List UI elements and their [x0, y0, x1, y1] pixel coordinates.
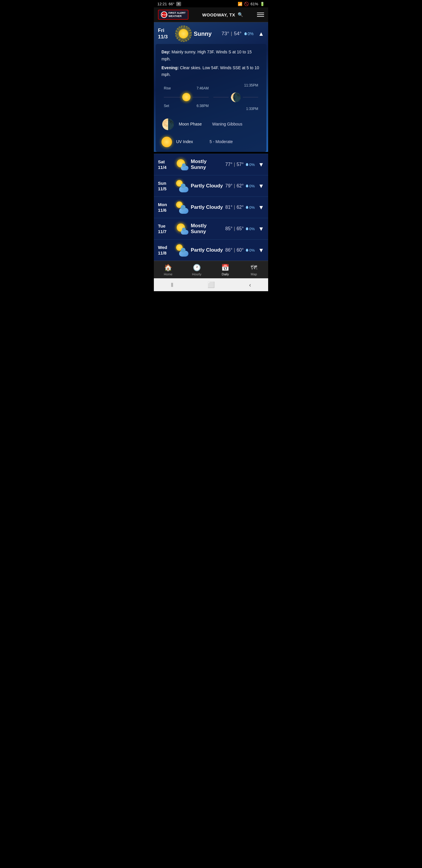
forecast-precip: 0% — [246, 248, 255, 252]
forecast-row[interactable]: Sun 11/5 Partly Cloudy 79° | 62° 0% ▼ — [154, 175, 268, 196]
forecast-precip: 0% — [246, 162, 255, 167]
forecast-expand-button[interactable]: ▼ — [258, 204, 264, 211]
forecast-weather-icon — [175, 201, 188, 214]
raindrop-icon — [246, 206, 248, 209]
bottom-nav: 🏠 Home 🕐 Hourly 📅 Daily 🗺 Map — [154, 261, 268, 278]
hamburger-menu-button[interactable] — [257, 12, 264, 17]
moon-set-time: 1:33PM — [246, 106, 258, 112]
forecast-date: Sun 11/5 — [158, 180, 173, 192]
today-precip: 0% — [245, 31, 254, 36]
uv-label: UV Index — [176, 138, 205, 146]
forecast-expand-button[interactable]: ▼ — [258, 161, 264, 168]
raindrop-icon — [246, 249, 248, 252]
android-recents-button[interactable]: ⦀ — [171, 281, 173, 288]
today-weather-icon — [176, 26, 191, 41]
weather-main: Fri 11/3 Sunny 73° | 54° 0% ▲ Day: Mainl… — [154, 22, 268, 152]
logo-text: FIRST ALERT WEATHER — [168, 11, 186, 18]
forecast-precip: 0% — [246, 227, 255, 231]
nav-icon-hourly: 🕐 — [193, 264, 201, 272]
nav-label: Map — [251, 272, 257, 276]
app-logo[interactable]: ★10 FIRST ALERT WEATHER — [158, 10, 188, 20]
android-nav-bar: ⦀ ⬜ ‹ — [154, 278, 268, 291]
forecast-row[interactable]: Wed 11/8 Partly Cloudy 86° | 60° 0% ▼ — [154, 239, 268, 261]
rise-label: Rise — [164, 85, 171, 91]
today-low: 54° — [234, 31, 241, 37]
raindrop-icon — [246, 184, 248, 187]
notification-badge: ✕ — [176, 2, 181, 6]
forecast-precip: 0% — [246, 184, 255, 188]
sun-rise-time: 7:46AM — [197, 85, 209, 91]
forecast-temps: 81° | 62° — [225, 205, 244, 210]
uv-value: 5 - Moderate — [209, 138, 233, 146]
forecast-low: 60° — [236, 248, 244, 253]
forecast-high: 86° — [225, 248, 232, 253]
forecast-low: 57° — [236, 162, 244, 167]
forecast-expand-button[interactable]: ▼ — [258, 225, 264, 232]
today-evening-detail: Evening: Clear skies. Low 54F. Winds SSE… — [161, 64, 261, 79]
sun-moon-row: Rise 7:46AM Set 6:38PM 11:35PM — [161, 83, 261, 112]
no-disturb-icon: 🚫 — [244, 2, 249, 6]
forecast-row[interactable]: Tue 11/7 Mostly Sunny 85° | 65° 0% ▼ — [154, 218, 268, 239]
status-temp: 66° — [169, 2, 175, 6]
today-temps: 73° | 54° — [222, 31, 241, 37]
status-bar: 12:21 66° ✕ 📶 🚫 61% 🔋 — [154, 0, 268, 7]
nav-label: Home — [164, 272, 172, 276]
today-expand-button[interactable]: ▲ — [258, 31, 264, 37]
bottom-nav-item-home[interactable]: 🏠 Home — [154, 261, 183, 278]
top-nav: ★10 FIRST ALERT WEATHER WOODWAY, TX 🔍 — [154, 7, 268, 22]
uv-row: UV Index 5 - Moderate — [161, 137, 261, 147]
moon-phase-row: 🌗 Moon Phase Waning Gibbous — [161, 115, 261, 133]
channel-badge: ★10 — [161, 11, 167, 18]
forecast-low: 62° — [236, 205, 244, 210]
nav-label: Daily — [222, 272, 229, 276]
nav-icon-daily: 📅 — [221, 264, 229, 272]
today-row[interactable]: Fri 11/3 Sunny 73° | 54° 0% ▲ — [154, 22, 268, 44]
status-time: 12:21 — [157, 2, 167, 6]
wifi-icon: 📶 — [238, 2, 242, 6]
search-icon[interactable]: 🔍 — [238, 12, 244, 17]
forecast-condition: Partly Cloudy — [191, 183, 223, 189]
moon-icon: 🌘 — [230, 90, 241, 105]
nav-icon-home: 🏠 — [164, 264, 172, 272]
moon-phase-label: Moon Phase — [179, 121, 208, 128]
today-date: Fri 11/3 — [158, 27, 173, 40]
today-day-detail: Day: Mainly sunny. High 73F. Winds S at … — [161, 49, 261, 63]
forecast-high: 81° — [225, 205, 232, 210]
forecast-expand-button[interactable]: ▼ — [258, 247, 264, 254]
forecast-list: Sat 11/4 Mostly Sunny 77° | 57° 0% ▼ Sun… — [154, 154, 268, 261]
forecast-high: 77° — [225, 162, 232, 167]
raindrop-icon — [246, 163, 248, 166]
raindrop-icon — [245, 32, 247, 35]
nav-icon-map: 🗺 — [251, 264, 257, 272]
forecast-high: 79° — [225, 183, 232, 189]
android-back-button[interactable]: ‹ — [249, 281, 251, 288]
moon-phase-value: Waning Gibbous — [212, 121, 242, 128]
forecast-high: 85° — [225, 226, 232, 231]
today-detail-panel: Day: Mainly sunny. High 73F. Winds S at … — [156, 44, 266, 152]
forecast-row[interactable]: Mon 11/6 Partly Cloudy 81° | 62° 0% ▼ — [154, 196, 268, 218]
android-home-button[interactable]: ⬜ — [207, 281, 215, 288]
bottom-nav-item-daily[interactable]: 📅 Daily — [211, 261, 240, 278]
forecast-row[interactable]: Sat 11/4 Mostly Sunny 77° | 57° 0% ▼ — [154, 154, 268, 175]
forecast-low: 62° — [236, 183, 244, 189]
pipe-separator: | — [231, 31, 232, 37]
battery-icon: 🔋 — [260, 2, 265, 6]
bottom-nav-item-hourly[interactable]: 🕐 Hourly — [183, 261, 211, 278]
forecast-condition: Mostly Sunny — [191, 159, 223, 170]
sun-icon — [182, 93, 191, 101]
forecast-precip: 0% — [246, 205, 255, 210]
raindrop-icon — [246, 227, 248, 230]
sun-set-time: 6:38PM — [197, 103, 209, 109]
forecast-date: Wed 11/8 — [158, 245, 173, 256]
today-high: 73° — [222, 31, 229, 37]
forecast-weather-icon — [175, 158, 188, 171]
location-text: WOODWAY, TX — [202, 12, 235, 17]
forecast-condition: Partly Cloudy — [191, 247, 223, 253]
moon-rise-time: 11:35PM — [244, 83, 258, 88]
location-search[interactable]: WOODWAY, TX 🔍 — [202, 12, 243, 17]
forecast-expand-button[interactable]: ▼ — [258, 183, 264, 189]
bottom-nav-item-map[interactable]: 🗺 Map — [240, 261, 268, 278]
forecast-temps: 77° | 57° — [225, 162, 244, 167]
battery-percent: 61% — [251, 2, 258, 6]
forecast-date: Mon 11/6 — [158, 202, 173, 213]
